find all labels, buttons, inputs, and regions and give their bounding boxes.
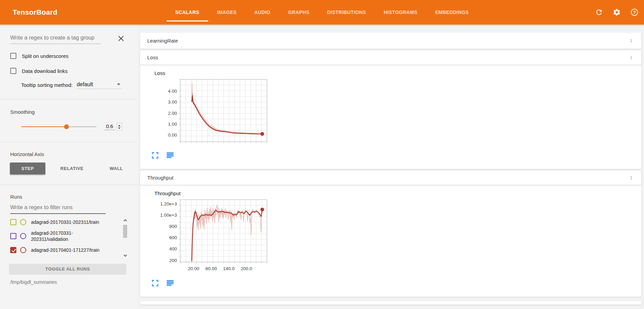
tooltip-sorting-label: Tooltip sorting method: [21, 82, 73, 89]
runs-selector-icon[interactable] [167, 152, 174, 159]
tooltip-sorting-dropdown[interactable]: default [77, 81, 122, 89]
svg-text:1.20e+3: 1.20e+3 [160, 201, 177, 206]
runs-label: Runs [10, 194, 137, 200]
svg-text:200: 200 [169, 258, 177, 263]
split-underscores-row[interactable]: Split on underscores [10, 53, 137, 59]
category-title: Loss [147, 55, 158, 60]
data-download-label: Data download links [22, 68, 68, 74]
tab-graphs[interactable]: GRAPHS [279, 0, 318, 25]
category-title: Throughput [147, 175, 174, 181]
divider [0, 142, 137, 142]
category-title: LearningRate [147, 38, 178, 44]
stepper-down-icon[interactable] [118, 127, 121, 129]
run-name: adagrad-20170331-202311/train [31, 219, 105, 225]
svg-text:?: ? [633, 10, 636, 15]
expand-chart-icon[interactable] [152, 280, 159, 287]
chart-block: Loss0.001.002.003.004.00 [150, 70, 641, 159]
main-content: LearningRate 1 Loss 1 Loss0.001.002.003.… [137, 25, 644, 309]
divider [0, 99, 137, 99]
tab-bar: SCALARSIMAGESAUDIOGRAPHSDISTRIBUTIONSHIS… [166, 0, 478, 25]
axis-option-relative[interactable]: RELATIVE [54, 163, 90, 174]
run-item[interactable]: adagrad-20170331-202311/train [10, 215, 113, 229]
runs-selector-icon[interactable] [167, 280, 174, 287]
slider-fill [21, 126, 66, 127]
svg-text:2.00: 2.00 [168, 111, 177, 116]
tab-embeddings[interactable]: EMBEDDINGS [426, 0, 478, 25]
run-checkbox[interactable] [10, 219, 16, 225]
split-underscores-label: Split on underscores [22, 53, 69, 59]
smoothing-value[interactable]: 0.6 [104, 123, 115, 130]
app-header: TensorBoard SCALARSIMAGESAUDIOGRAPHSDIST… [0, 0, 644, 25]
tag-group-regex-input[interactable] [10, 33, 101, 44]
tab-distributions[interactable]: DISTRIBUTIONS [318, 0, 375, 25]
split-underscores-checkbox[interactable] [10, 53, 16, 59]
category-body: Throughput2004006008001.00e+31.20e+320.0… [140, 185, 641, 297]
stepper-up-icon[interactable] [118, 125, 121, 126]
refresh-icon[interactable] [595, 8, 603, 16]
toggle-all-runs-button[interactable]: TOGGLE ALL RUNS [9, 264, 126, 274]
tab-audio[interactable]: AUDIO [245, 0, 279, 25]
category-count: 1 [630, 55, 632, 60]
category-header-learningrate[interactable]: LearningRate 1 [140, 33, 641, 49]
axis-option-step[interactable]: STEP [10, 163, 45, 174]
tooltip-sorting-value: default [77, 81, 93, 88]
chart-block: Throughput2004006008001.00e+31.20e+320.0… [150, 190, 641, 287]
smoothing-stepper[interactable] [117, 123, 122, 130]
next-category-partial [140, 301, 641, 305]
run-color-circle[interactable] [20, 233, 26, 239]
tooltip-sorting-row: Tooltip sorting method: default [21, 81, 137, 89]
svg-text:80.00: 80.00 [206, 266, 217, 271]
expand-chart-icon[interactable] [152, 152, 159, 159]
run-item[interactable]: adagrad-20170331-202311/validation [10, 229, 113, 243]
divider [0, 185, 137, 185]
smoothing-row: 0.6 [10, 123, 137, 130]
chart-actions [152, 280, 641, 287]
runs-regex-input[interactable] [10, 203, 106, 214]
slider-thumb[interactable] [64, 124, 69, 129]
log-directory-path: /tmp/bigdl_summaries [10, 279, 137, 285]
smoothing-slider[interactable] [21, 124, 96, 129]
horizontal-axis-options: STEPRELATIVEWALL [10, 163, 137, 174]
tab-scalars[interactable]: SCALARS [166, 0, 208, 25]
category-count: 1 [630, 175, 632, 180]
sidebar: Split on underscores Data download links… [0, 25, 137, 309]
scroll-up-icon[interactable] [122, 217, 128, 223]
run-item[interactable]: adagrad-20170401-171227/train [10, 243, 113, 257]
run-name: adagrad-20170331-202311/validation [31, 230, 105, 242]
category-learningrate: LearningRate 1 [140, 33, 641, 49]
tab-images[interactable]: IMAGES [208, 0, 245, 25]
line-chart[interactable]: 2004006008001.00e+31.20e+320.0080.00140.… [150, 198, 269, 274]
svg-text:20.00: 20.00 [188, 266, 199, 271]
axis-option-wall[interactable]: WALL [99, 163, 134, 174]
svg-text:1.00e+3: 1.00e+3 [160, 213, 177, 218]
horizontal-axis-label: Horizontal Axis [10, 151, 137, 157]
run-color-circle[interactable] [20, 247, 26, 253]
run-checkbox[interactable] [10, 233, 16, 239]
run-name: adagrad-20170401-171227/train [31, 247, 105, 253]
data-download-checkbox[interactable] [10, 68, 16, 74]
svg-text:800: 800 [169, 224, 177, 229]
chevron-down-icon [117, 83, 120, 86]
help-icon[interactable]: ? [630, 8, 639, 16]
category-header-loss[interactable]: Loss 1 [140, 50, 641, 65]
scrollbar-thumb[interactable] [123, 225, 127, 238]
close-icon[interactable] [117, 34, 125, 43]
runs-scrollbar[interactable] [122, 217, 128, 258]
smoothing-label: Smoothing [10, 109, 137, 115]
scroll-down-icon[interactable] [122, 253, 128, 258]
runs-list: adagrad-20170331-202311/trainadagrad-201… [10, 215, 128, 260]
run-item[interactable]: adagrad- [10, 257, 113, 260]
category-body: Loss0.001.002.003.004.00 [140, 65, 641, 169]
svg-text:3.00: 3.00 [168, 99, 177, 105]
run-checkbox[interactable] [10, 247, 16, 253]
data-download-row[interactable]: Data download links [10, 68, 137, 74]
category-count: 1 [630, 38, 632, 43]
tab-histograms[interactable]: HISTOGRAMS [375, 0, 426, 25]
runs-filter-row [10, 203, 137, 214]
chart-title: Throughput [154, 190, 641, 196]
chart-title: Loss [154, 70, 641, 76]
line-chart[interactable]: 0.001.002.003.004.00 [150, 77, 269, 146]
run-color-circle[interactable] [20, 219, 26, 225]
category-header-throughput[interactable]: Throughput 1 [140, 171, 641, 185]
settings-gear-icon[interactable] [613, 8, 621, 16]
